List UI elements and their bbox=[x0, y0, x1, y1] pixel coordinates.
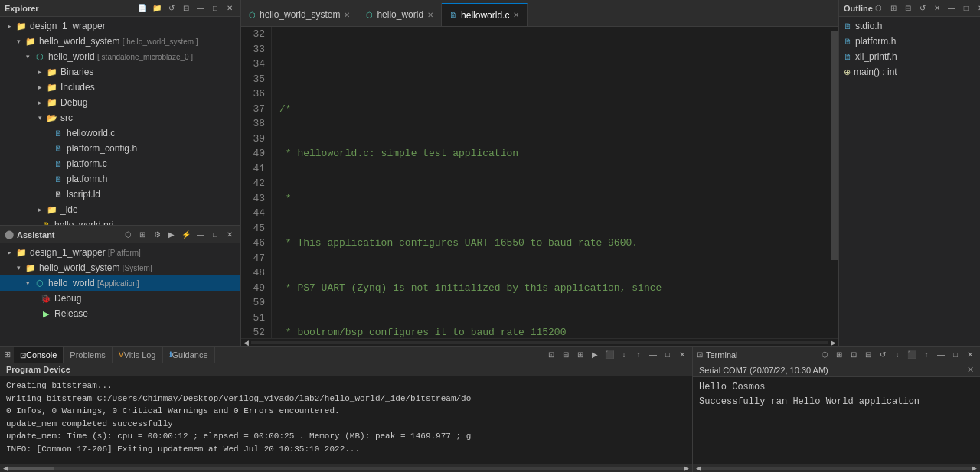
console-icon6[interactable]: ↓ bbox=[618, 349, 630, 361]
tree-item-hw[interactable]: ▾ ⬡ hello_world [ standalone_microblaze_… bbox=[0, 49, 240, 64]
hscroll-track[interactable] bbox=[251, 341, 828, 344]
explorer-maximize-icon[interactable]: □ bbox=[209, 2, 221, 15]
console-hscroll[interactable]: ◀ ▶ bbox=[0, 464, 692, 472]
asst-item-release[interactable]: ▶ Release bbox=[0, 306, 240, 321]
debug-icon: 🐞 bbox=[40, 292, 52, 304]
outline-icon1[interactable]: ⬡ bbox=[873, 2, 885, 15]
outline-item-platform-h[interactable]: 🗎 platform.h bbox=[839, 34, 980, 49]
outline-close-icon[interactable]: ✕ bbox=[975, 2, 980, 15]
tree-item-hws[interactable]: ▾ 📁 hello_world_system [ hello_world_sys… bbox=[0, 34, 240, 49]
terminal-icon8[interactable]: ↑ bbox=[920, 349, 933, 361]
tree-item-helloworld-c[interactable]: 🗎 helloworld.c bbox=[0, 125, 240, 141]
assistant-title: Assistant bbox=[17, 230, 122, 239]
asst-icon4[interactable]: ▶ bbox=[165, 229, 178, 241]
asst-icon5[interactable]: ⚡ bbox=[180, 229, 192, 241]
outline-minimize-icon[interactable]: — bbox=[946, 2, 958, 15]
tree-item-src[interactable]: ▾ 📂 src bbox=[0, 110, 240, 125]
outline-maximize-icon[interactable]: □ bbox=[960, 2, 972, 15]
asst-item-hw[interactable]: ▾ ⬡ hello_world [Application] bbox=[0, 275, 240, 291]
asst-item-hws[interactable]: ▾ 📁 hello_world_system [System] bbox=[0, 260, 240, 275]
asst-item-debug[interactable]: 🐞 Debug bbox=[0, 291, 240, 306]
terminal-icon4[interactable]: ⊟ bbox=[862, 349, 874, 361]
console-scroll-left[interactable]: ◀ bbox=[3, 464, 8, 472]
terminal-scroll-track[interactable] bbox=[701, 467, 972, 470]
outline-icon4[interactable]: ↺ bbox=[916, 2, 929, 15]
outline-item-stdio[interactable]: 🗎 stdio.h bbox=[839, 18, 980, 34]
asst-item-design1[interactable]: ▸ 📁 design_1_wrapper [Platform] bbox=[0, 245, 240, 260]
tab-close-c[interactable]: ✕ bbox=[513, 11, 519, 19]
hscroll-right[interactable]: ▶ bbox=[828, 339, 838, 347]
outline-icon2[interactable]: ⊞ bbox=[887, 2, 900, 15]
console-icon7[interactable]: ↑ bbox=[632, 349, 645, 361]
terminal-icon6[interactable]: ↓ bbox=[891, 349, 903, 361]
asst-close-icon[interactable]: ✕ bbox=[224, 229, 236, 241]
outline-item-xil-printf[interactable]: 🗎 xil_printf.h bbox=[839, 49, 980, 64]
asst-maximize-icon[interactable]: □ bbox=[209, 229, 221, 241]
tree-item-ide[interactable]: ▸ 📁 _ide bbox=[0, 202, 240, 217]
console-scroll-track[interactable] bbox=[8, 467, 684, 470]
explorer-close-icon[interactable]: ✕ bbox=[224, 2, 236, 15]
tree-item-lscript[interactable]: 🗎 lscript.ld bbox=[0, 187, 240, 202]
terminal-close-icon[interactable]: ✕ bbox=[964, 349, 976, 361]
console-maximize-icon[interactable]: □ bbox=[662, 349, 674, 361]
tree-item-platform-c[interactable]: 🗎 platform.c bbox=[0, 156, 240, 171]
console-icon2[interactable]: ⊟ bbox=[560, 349, 572, 361]
terminal-scroll-right[interactable]: ▶ bbox=[972, 464, 977, 472]
chip-icon-hw: ⬡ bbox=[34, 50, 46, 63]
asst-icon2[interactable]: ⊞ bbox=[136, 229, 149, 241]
terminal-line-2: Successfully ran Hello World application bbox=[699, 395, 974, 409]
assistant-header: ⬤ Assistant ⬡ ⊞ ⚙ ▶ ⚡ — □ ✕ bbox=[0, 226, 240, 243]
terminal-icon3[interactable]: ⊡ bbox=[848, 349, 860, 361]
console-line-2: Writing bitstream C:/Users/Chinmay/Deskt… bbox=[6, 392, 686, 405]
new-file-icon[interactable]: 📄 bbox=[136, 2, 149, 15]
asst-icon1[interactable]: ⬡ bbox=[122, 229, 134, 241]
tree-item-platform-h[interactable]: 🗎 platform.h bbox=[0, 171, 240, 187]
terminal-icon2[interactable]: ⊞ bbox=[833, 349, 845, 361]
console-tab-console[interactable]: ⊡ Console bbox=[14, 347, 64, 363]
hscroll-left[interactable]: ◀ bbox=[241, 339, 251, 347]
tree-item-binaries[interactable]: ▸ 📁 Binaries bbox=[0, 64, 240, 80]
new-folder-icon[interactable]: 📁 bbox=[151, 2, 163, 15]
console-icon3[interactable]: ⊞ bbox=[574, 349, 586, 361]
terminal-maximize-icon[interactable]: □ bbox=[949, 349, 962, 361]
outline-item-main[interactable]: ⊕ main() : int bbox=[839, 64, 980, 80]
terminal-hscroll[interactable]: ◀ ▶ bbox=[693, 464, 980, 472]
collapse-all-icon[interactable]: ⊟ bbox=[180, 2, 192, 15]
terminal-icon7[interactable]: ⬛ bbox=[906, 349, 918, 361]
code-editor[interactable]: 32 33 34 35 36 37 38 39 40 41 42 43 44 4… bbox=[241, 27, 838, 338]
tree-item-hw-prj[interactable]: 🗎 hello_world.prj bbox=[0, 217, 240, 225]
tab-helloworld-c[interactable]: 🗎 helloworld.c ✕ bbox=[442, 3, 528, 26]
console-tab-guidance[interactable]: ℹ Guidance bbox=[163, 347, 215, 363]
terminal-icon1[interactable]: ⬡ bbox=[818, 349, 831, 361]
console-icon5[interactable]: ⬛ bbox=[603, 349, 616, 361]
terminal-scroll-left[interactable]: ◀ bbox=[696, 464, 701, 472]
console-close-icon[interactable]: ✕ bbox=[676, 349, 688, 361]
console-icon1[interactable]: ⊡ bbox=[545, 349, 557, 361]
console-icon4[interactable]: ▶ bbox=[589, 349, 601, 361]
folder-icon-debug: 📁 bbox=[46, 96, 58, 109]
terminal-minimize-icon[interactable]: — bbox=[935, 349, 947, 361]
editor-scrollbar[interactable] bbox=[831, 27, 838, 338]
outline-icon3[interactable]: ⊟ bbox=[902, 2, 914, 15]
console-scroll-right[interactable]: ▶ bbox=[684, 464, 689, 472]
code-content[interactable]: /* * helloworld.c: simple test applicati… bbox=[272, 27, 831, 338]
serial-close-icon[interactable]: ✕ bbox=[967, 365, 974, 375]
tab-close-hws[interactable]: ✕ bbox=[344, 11, 350, 19]
asst-minimize-icon[interactable]: — bbox=[194, 229, 207, 241]
terminal-icon5[interactable]: ↺ bbox=[877, 349, 889, 361]
tab-close-hw[interactable]: ✕ bbox=[427, 11, 433, 19]
console-tab-problems[interactable]: Problems bbox=[64, 347, 112, 363]
explorer-minimize-icon[interactable]: — bbox=[194, 2, 207, 15]
refresh-icon[interactable]: ↺ bbox=[165, 2, 178, 15]
outline-icon5[interactable]: ✕ bbox=[931, 2, 943, 15]
editor-hscroll[interactable]: ◀ ▶ bbox=[241, 338, 838, 346]
tree-item-debug[interactable]: ▸ 📁 Debug bbox=[0, 95, 240, 110]
tree-item-design1[interactable]: ▸ 📁 design_1_wrapper bbox=[0, 18, 240, 34]
console-minimize-icon[interactable]: — bbox=[647, 349, 659, 361]
tab-hello-world[interactable]: ⬡ hello_world ✕ bbox=[358, 3, 442, 26]
console-tab-vitis-log[interactable]: V Vitis Log bbox=[113, 347, 163, 363]
tree-item-includes[interactable]: ▸ 📁 Includes bbox=[0, 80, 240, 95]
asst-icon3[interactable]: ⚙ bbox=[151, 229, 163, 241]
tab-hello-world-system[interactable]: ⬡ hello_world_system ✕ bbox=[241, 3, 358, 26]
tree-item-platform-config[interactable]: 🗎 platform_config.h bbox=[0, 141, 240, 156]
